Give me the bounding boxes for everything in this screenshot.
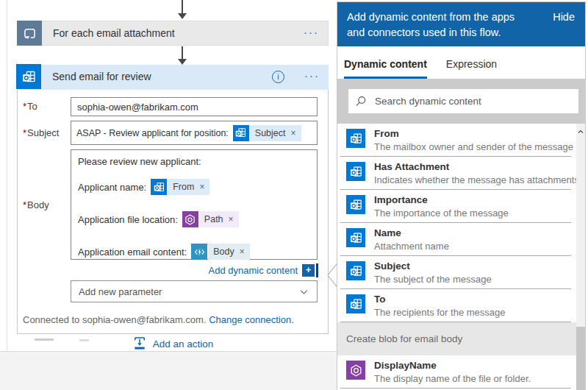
body-field-label: *Body xyxy=(23,199,49,210)
outlook-icon xyxy=(346,162,365,181)
item-description: Indicates whether the message has attach… xyxy=(374,174,579,186)
text-cursor-bar xyxy=(316,263,318,277)
change-connection-link[interactable]: Change connection. xyxy=(209,314,294,325)
blob-storage-icon xyxy=(182,211,198,227)
body-line-2: Applicant name: From × xyxy=(78,179,209,195)
dynamic-content-panel: Add dynamic content from the apps and co… xyxy=(337,1,586,390)
add-dynamic-content-button[interactable]: Add dynamic content + xyxy=(209,263,318,277)
to-field-input[interactable] xyxy=(71,97,318,116)
item-description: The mailbox owner and sender of the mess… xyxy=(374,141,573,153)
foreach-menu-button[interactable]: ··· xyxy=(304,21,319,45)
tab-dynamic-content[interactable]: Dynamic content xyxy=(344,46,427,79)
blob-storage-icon xyxy=(346,361,365,380)
add-new-parameter-label: Add new parameter xyxy=(79,286,162,297)
subject-token-label: Subject xyxy=(255,128,286,138)
list-item-has-attachment[interactable]: Has Attachment Indicates whether the mes… xyxy=(337,157,585,190)
plus-icon[interactable]: + xyxy=(302,264,315,277)
remove-token-icon[interactable]: × xyxy=(240,247,245,257)
search-input[interactable] xyxy=(373,95,573,107)
outlook-icon xyxy=(346,195,365,214)
list-item-name[interactable]: Name Attachment name xyxy=(337,223,585,256)
add-action-icon xyxy=(132,336,147,351)
item-description: The importance of the message xyxy=(374,207,509,219)
scrollbar-thumb[interactable] xyxy=(576,327,585,390)
item-title: From xyxy=(374,127,573,141)
remove-token-icon[interactable]: × xyxy=(291,128,296,138)
add-an-action-label: Add an action xyxy=(153,338,214,350)
foreach-step-card[interactable]: For each email attachment ··· xyxy=(17,21,329,46)
caret-up-icon xyxy=(576,127,585,136)
section-header-create-blob: Create blob for email body xyxy=(337,322,585,355)
item-title: Subject xyxy=(374,260,492,273)
connection-status: Connected to sophia-owen@fabrikam.com. C… xyxy=(23,314,294,325)
required-mark: * xyxy=(23,199,26,210)
item-title: Has Attachment xyxy=(374,160,579,174)
outlook-icon xyxy=(346,228,365,247)
list-item-from[interactable]: From The mailbox owner and sender of the… xyxy=(337,124,585,157)
list-item-importance[interactable]: Importance The importance of the message xyxy=(337,190,585,223)
subject-token[interactable]: Subject × xyxy=(233,125,301,141)
item-description: The recipients for the message xyxy=(374,306,505,319)
outlook-icon xyxy=(346,294,365,313)
send-email-step-title: Send email for review xyxy=(52,65,151,88)
required-mark: * xyxy=(23,127,26,138)
required-mark: * xyxy=(23,101,26,112)
outlook-icon xyxy=(346,129,365,148)
to-field-label: *To xyxy=(23,101,37,112)
outlook-icon xyxy=(151,179,167,195)
list-item-to[interactable]: To The recipients for the message xyxy=(337,289,585,322)
item-title: Name xyxy=(374,227,449,240)
from-token-label: From xyxy=(173,182,194,192)
subject-field-text: ASAP - Review applicant for position: xyxy=(76,128,229,138)
hide-panel-button[interactable]: Hide xyxy=(553,11,575,23)
send-email-step-card: Send email for review i ··· *To *Subject… xyxy=(17,65,329,334)
item-description: Attachment name xyxy=(374,240,449,252)
panel-header: Add dynamic content from the apps and co… xyxy=(337,2,585,46)
info-icon[interactable]: i xyxy=(272,71,284,83)
dynamic-content-list: From The mailbox owner and sender of the… xyxy=(337,124,585,390)
search-section xyxy=(337,79,585,124)
remove-token-icon[interactable]: × xyxy=(199,182,204,192)
send-email-step-header[interactable]: Send email for review i ··· xyxy=(17,65,329,90)
panel-tabs: Dynamic content Expression xyxy=(337,46,585,79)
path-token-label: Path xyxy=(204,214,223,224)
outlook-icon xyxy=(346,261,365,280)
list-item-subject[interactable]: Subject The subject of the message xyxy=(337,256,585,289)
item-title: To xyxy=(374,293,505,306)
path-token[interactable]: Path × xyxy=(182,211,239,227)
list-item-displayname[interactable]: DisplayName The display name of the file… xyxy=(337,355,585,389)
add-an-action-button[interactable]: Add an action xyxy=(17,335,329,352)
tab-expression[interactable]: Expression xyxy=(446,46,497,79)
item-description: The display name of the file or folder. xyxy=(374,372,531,385)
body-line-3: Application file location: Path × xyxy=(78,211,239,227)
panel-scrollbar[interactable] xyxy=(576,124,585,390)
item-title: Importance xyxy=(374,194,509,207)
subject-field-input[interactable]: ASAP - Review applicant for position: Su… xyxy=(71,121,318,145)
scrollbar-up-arrow[interactable] xyxy=(576,127,585,137)
outlook-icon xyxy=(233,125,249,141)
body-line-4: Application email content: Body × xyxy=(78,244,250,260)
add-dynamic-content-label: Add dynamic content xyxy=(209,265,298,276)
item-title: DisplayName xyxy=(374,359,531,372)
foreach-step-title: For each email attachment xyxy=(53,21,175,45)
search-box[interactable] xyxy=(348,89,578,113)
panel-header-text: Add dynamic content from the apps and co… xyxy=(347,10,531,40)
body-token[interactable]: Body × xyxy=(191,244,250,260)
body-token-label: Body xyxy=(213,247,234,257)
content-conversion-icon xyxy=(191,244,207,260)
add-new-parameter-dropdown[interactable]: Add new parameter xyxy=(71,280,318,302)
send-email-menu-button[interactable]: ··· xyxy=(304,65,320,88)
subject-field-label: *Subject xyxy=(23,127,59,138)
canvas-edge-line xyxy=(7,0,7,351)
canvas-bottom-area xyxy=(0,351,337,390)
remove-token-icon[interactable]: × xyxy=(229,214,234,224)
outlook-icon xyxy=(16,64,41,89)
body-line-1: Please review new applicant: xyxy=(78,156,201,167)
body-field-input[interactable]: Please review new applicant: Applicant n… xyxy=(71,149,318,260)
search-icon xyxy=(354,95,368,108)
flow-designer-screen: For each email attachment ··· Send email… xyxy=(0,0,588,390)
item-description: The subject of the message xyxy=(374,273,492,286)
foreach-loop-icon xyxy=(17,21,42,46)
from-token[interactable]: From × xyxy=(151,179,209,195)
chevron-down-icon xyxy=(298,286,309,297)
